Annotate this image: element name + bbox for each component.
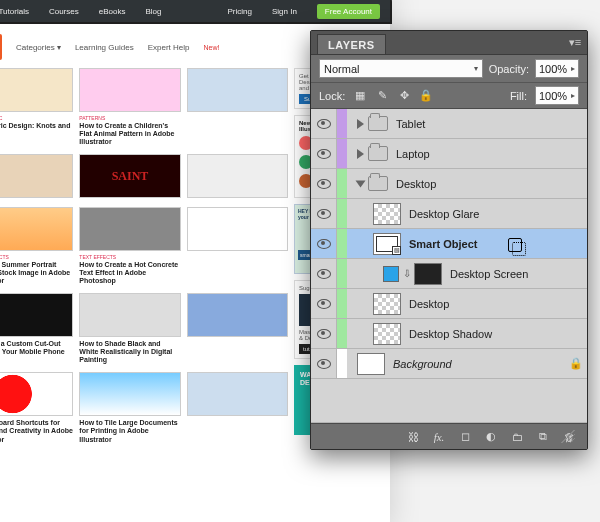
article-card[interactable]: How to Tile Large Documents for Printing…: [79, 372, 180, 445]
article-card[interactable]: PatternsHow to Create a Children's Flat …: [79, 68, 180, 148]
visibility-toggle[interactable]: [311, 169, 337, 198]
panel-menu-icon[interactable]: ▾≡: [563, 30, 587, 54]
nav-free-tutorials[interactable]: Free Tutorials: [0, 7, 29, 16]
visibility-toggle[interactable]: [311, 109, 337, 138]
group-icon[interactable]: 🗀: [509, 429, 525, 445]
site-topnav: Free Tutorials Courses eBooks Blog Prici…: [0, 0, 390, 22]
layer-desktop-screen[interactable]: ⇩ Desktop Screen: [311, 259, 587, 289]
layer-group-tablet[interactable]: Tablet: [311, 109, 587, 139]
article-card[interactable]: [187, 154, 288, 201]
article-card[interactable]: How to Shade Black and White Realistical…: [79, 293, 180, 366]
layer-desktop-shadow[interactable]: Desktop Shadow: [311, 319, 587, 349]
layer-color-swatch: [337, 109, 347, 138]
disclosure-triangle-icon[interactable]: [357, 149, 364, 159]
layer-name[interactable]: Tablet: [394, 118, 587, 130]
layer-thumbnail: [373, 323, 401, 345]
opacity-input[interactable]: 100%▸: [535, 59, 579, 78]
visibility-toggle[interactable]: [311, 349, 337, 378]
disclosure-triangle-icon[interactable]: [356, 180, 366, 187]
fill-input[interactable]: 100%▸: [535, 86, 579, 105]
visibility-toggle[interactable]: [311, 199, 337, 228]
article-card[interactable]: [0, 154, 73, 201]
article-card[interactable]: [187, 372, 288, 445]
lock-position-icon[interactable]: ✥: [397, 89, 411, 103]
folder-icon: [368, 176, 388, 191]
layer-color-swatch: [337, 289, 347, 318]
visibility-toggle[interactable]: [311, 259, 337, 288]
eye-icon: [317, 119, 331, 129]
layer-group-desktop[interactable]: Desktop: [311, 169, 587, 199]
lock-icon: 🔒: [565, 357, 587, 370]
layer-name[interactable]: Desktop Screen: [448, 268, 587, 280]
layer-group-laptop[interactable]: Laptop: [311, 139, 587, 169]
lock-pixels-icon[interactable]: ✎: [375, 89, 389, 103]
nav-ebooks[interactable]: eBooks: [99, 7, 126, 16]
layer-smart-object[interactable]: ▧ Smart Object: [311, 229, 587, 259]
opacity-label: Opacity:: [489, 63, 529, 75]
layer-background[interactable]: Background 🔒: [311, 349, 587, 379]
layer-thumbnail: [414, 263, 442, 285]
layer-name[interactable]: Desktop: [407, 298, 587, 310]
layer-desktop[interactable]: Desktop: [311, 289, 587, 319]
disclosure-triangle-icon[interactable]: [357, 119, 364, 129]
fx-icon[interactable]: fx.: [431, 429, 447, 445]
layers-tab[interactable]: LAYERS: [317, 34, 386, 54]
panel-footer: ⛓ fx. ◻ ◐ 🗀 ⧉ 🗑: [311, 423, 587, 449]
layer-name[interactable]: Desktop Shadow: [407, 328, 587, 340]
layer-name[interactable]: Smart Object: [407, 238, 587, 250]
new-layer-icon[interactable]: ⧉: [535, 429, 551, 445]
subnav-help[interactable]: Expert Help: [148, 43, 190, 52]
nav-free-account[interactable]: Free Account: [317, 4, 380, 19]
visibility-toggle[interactable]: [311, 139, 337, 168]
article-card[interactable]: [187, 293, 288, 366]
eye-icon: [317, 359, 331, 369]
nav-signin[interactable]: Sign In: [272, 7, 297, 16]
lock-all-icon[interactable]: 🔒: [419, 89, 433, 103]
eye-icon: [317, 239, 331, 249]
article-card[interactable]: 20 Keyboard Shortcuts for Speed and Crea…: [0, 372, 73, 445]
nav-blog[interactable]: Blog: [145, 7, 161, 16]
site-logo[interactable]: [0, 34, 2, 60]
visibility-toggle[interactable]: [311, 229, 337, 258]
layer-color-swatch: [337, 139, 347, 168]
adjustment-icon[interactable]: ◐: [483, 429, 499, 445]
blend-mode-select[interactable]: Normal▾: [319, 59, 483, 78]
new-badge: New!: [203, 44, 219, 51]
layer-thumbnail: [357, 353, 385, 375]
layer-color-swatch: [337, 259, 347, 288]
lock-fill-row: Lock: ▦ ✎ ✥ 🔒 Fill: 100%▸: [311, 83, 587, 109]
folder-icon: [368, 146, 388, 161]
layer-desktop-glare[interactable]: Desktop Glare: [311, 199, 587, 229]
subnav-guides[interactable]: Learning Guides: [75, 43, 134, 52]
layer-color-swatch: [337, 199, 347, 228]
eye-icon: [317, 269, 331, 279]
article-card[interactable]: [187, 68, 288, 148]
layer-name[interactable]: Desktop Glare: [407, 208, 587, 220]
article-card[interactable]: 3D Print a Custom Cut-Out Case for Your …: [0, 293, 73, 366]
layer-color-swatch: [337, 169, 347, 198]
article-card[interactable]: Text EffectsCreate a Summer Portrait Fro…: [0, 207, 73, 287]
lock-transparency-icon[interactable]: ▦: [353, 89, 367, 103]
eye-icon: [317, 179, 331, 189]
subnav-categories[interactable]: Categories ▾: [16, 43, 61, 52]
article-card[interactable]: [187, 207, 288, 287]
visibility-toggle[interactable]: [311, 289, 337, 318]
layer-tree: Tablet Laptop Desktop Desktop Glare: [311, 109, 587, 423]
article-card[interactable]: Text EffectsHow to Create a Hot Concrete…: [79, 207, 180, 287]
visibility-toggle[interactable]: [311, 319, 337, 348]
article-card[interactable]: SAINT: [79, 154, 180, 201]
link-icon[interactable]: ⛓: [405, 429, 421, 445]
lock-label: Lock:: [319, 90, 345, 102]
article-card[interactable]: GeometricGeometric Design: Knots and Wea…: [0, 68, 73, 148]
mask-icon[interactable]: ◻: [457, 429, 473, 445]
nav-pricing[interactable]: Pricing: [228, 7, 252, 16]
layers-panel: LAYERS ▾≡ Normal▾ Opacity: 100%▸ Lock: ▦…: [310, 30, 588, 450]
layer-name[interactable]: Laptop: [394, 148, 587, 160]
layer-name[interactable]: Desktop: [394, 178, 587, 190]
layer-name[interactable]: Background: [391, 358, 565, 370]
layer-thumbnail: [373, 293, 401, 315]
clip-indicator-icon: ⇩: [403, 268, 411, 280]
fill-label: Fill:: [510, 90, 527, 102]
nav-courses[interactable]: Courses: [49, 7, 79, 16]
resize-grip-icon[interactable]: [561, 429, 575, 443]
